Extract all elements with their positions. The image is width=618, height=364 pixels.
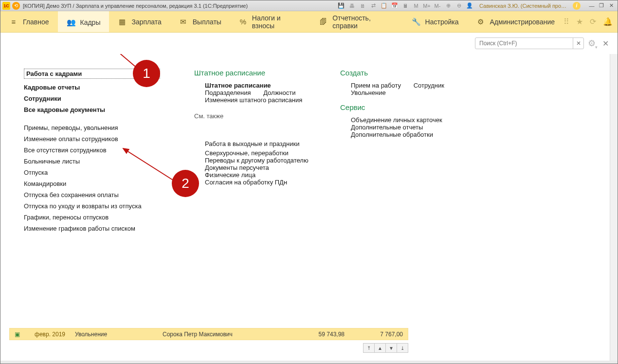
tab-kadry-label: Кадры: [80, 18, 101, 26]
link-dop-obrabotki[interactable]: Дополнительные обработки: [340, 129, 433, 140]
tab-zarplata-label: Зарплата: [131, 18, 161, 26]
link-izmenenie-oplaty[interactable]: Изменение оплаты сотрудников: [24, 133, 160, 145]
tab-admin-label: Администрирование: [490, 18, 555, 26]
callout-1: 1: [133, 60, 160, 87]
doc-icon[interactable]: 🗎: [359, 3, 366, 9]
menu-icon: ≡: [9, 18, 18, 26]
link-bolnichnye[interactable]: Больничные листы: [24, 156, 160, 167]
search-clear-icon[interactable]: ✕: [573, 38, 583, 49]
compare-icon[interactable]: ⇄: [369, 2, 377, 9]
row-date: февр. 2019: [21, 331, 70, 338]
link-komandirovki[interactable]: Командировки: [24, 178, 160, 189]
callout-1-label: 1: [143, 66, 150, 81]
nav-down-button[interactable]: ▼: [385, 343, 397, 353]
tab-reports[interactable]: 🗐 Отчетность, справки: [310, 11, 402, 32]
group-create-title: Создать: [340, 69, 447, 77]
restore-button[interactable]: ❐: [597, 2, 606, 9]
see-also-title: См. также: [194, 112, 306, 120]
search-box[interactable]: ✕: [475, 37, 584, 49]
link-vse-kadrovye-dokumenty[interactable]: Все кадровые документы: [24, 104, 160, 115]
save-icon[interactable]: 💾: [337, 2, 345, 9]
tab-vyplaty[interactable]: ✉ Выплаты: [170, 11, 230, 32]
tab-main-label: Главное: [23, 18, 49, 26]
statusbar: [0, 361, 618, 364]
current-user[interactable]: Савинская З.Ю. (Системный прог…: [479, 3, 567, 9]
user-icon[interactable]: 👤: [466, 2, 473, 9]
link-otpuska-po-uhodu[interactable]: Отпуска по уходу и возвраты из отпуска: [24, 200, 160, 212]
sub-toolbar: ✕ ⚙▾ ✕: [0, 33, 618, 54]
zoom-in-icon[interactable]: ⊕: [444, 2, 452, 9]
link-sotrudnik[interactable]: Сотрудник: [403, 80, 444, 91]
back-round-icon[interactable]: ⟲: [12, 2, 20, 10]
mem-m[interactable]: M: [412, 3, 420, 9]
minimize-button[interactable]: —: [587, 2, 596, 9]
list-row-selected[interactable]: ▣ февр. 2019 Увольнение Сорока Петр Макс…: [9, 328, 408, 340]
tab-nalogi-label: Налоги и взносы: [252, 14, 302, 30]
titlebar: 1C ⟲ [КОПИЯ] Демо ЗУП / Зарплата и управ…: [0, 0, 618, 11]
gear-icon: ⚙: [476, 18, 485, 26]
info-icon[interactable]: i: [573, 2, 581, 10]
percent-icon: %: [239, 18, 247, 26]
tab-reports-label: Отчетность, справки: [332, 14, 394, 30]
link-priemy-perevody-uvolneniya[interactable]: Приемы, переводы, увольнения: [24, 122, 160, 133]
row-amount-1: 59 743,98: [291, 331, 349, 338]
people-icon: 👥: [67, 18, 75, 27]
calendar-icon[interactable]: 📅: [391, 2, 399, 9]
scrollbar-vertical[interactable]: [610, 54, 618, 361]
tab-kadry[interactable]: 👥 Кадры: [58, 11, 109, 32]
tab-settings-label: Настройка: [425, 18, 459, 26]
callout-2: 2: [172, 170, 199, 197]
close-button[interactable]: ✕: [607, 2, 616, 9]
page-close-icon[interactable]: ✕: [602, 39, 609, 48]
link-soglasiya-pdn[interactable]: Согласия на обработку ПДн: [194, 177, 287, 188]
page-settings-icon[interactable]: ⚙▾: [588, 38, 596, 49]
mem-mplus[interactable]: M+: [423, 3, 431, 9]
report-icon: 🗐: [319, 18, 327, 26]
tab-zarplata[interactable]: ▦ Зарплата: [109, 11, 170, 32]
tab-settings[interactable]: 🔧 Настройка: [403, 11, 468, 32]
group-staffing-title: Штатное расписание: [194, 69, 306, 77]
section-toolbar: ≡ Главное 👥 Кадры ▦ Зарплата ✉ Выплаты %…: [0, 11, 618, 33]
nav-up-button[interactable]: ▲: [374, 343, 386, 353]
col-hr-work: Работа с кадрами Кадровые отчеты Сотрудн…: [24, 69, 160, 234]
tab-vyplaty-label: Выплаты: [193, 18, 221, 26]
history-icon[interactable]: ⟳: [590, 17, 596, 26]
search-input[interactable]: [475, 38, 573, 49]
tab-nalogi[interactable]: % Налоги и взносы: [230, 11, 310, 32]
row-amount-2: 7 767,00: [349, 331, 408, 338]
row-status-icon: ▣: [10, 331, 21, 338]
link-izmenenie-grafikov[interactable]: Изменение графиков работы списком: [24, 223, 160, 234]
table-icon: ▦: [118, 18, 127, 26]
calc-icon[interactable]: 🖩: [401, 3, 409, 9]
bell-icon[interactable]: 🔔: [603, 17, 613, 26]
row-type: Увольнение: [70, 331, 158, 338]
clipboard-icon[interactable]: 📋: [380, 2, 388, 9]
list-nav-buttons: ⤒ ▲ ▼ ⤓: [364, 343, 408, 353]
app-logo-icon: 1C: [2, 2, 10, 10]
callout-2-label: 2: [182, 176, 189, 191]
col-create-service: Создать Прием на работу Сотрудник Увольн…: [340, 69, 447, 234]
wrench-icon: 🔧: [412, 18, 420, 26]
link-sotrudniki[interactable]: Сотрудники: [24, 93, 160, 104]
star-icon[interactable]: ★: [576, 17, 583, 26]
tab-admin[interactable]: ⚙ Администрирование: [468, 11, 564, 32]
window-title: [КОПИЯ] Демо ЗУП / Зарплата и управление…: [23, 3, 248, 9]
toolbar-right-icons: ⠿ ★ ⟳ 🔔: [563, 11, 618, 32]
link-otpuska-bez-oplaty[interactable]: Отпуска без сохранения оплаты: [24, 189, 160, 200]
group-service-title: Сервис: [340, 103, 447, 111]
mem-mminus[interactable]: M-: [434, 3, 441, 9]
apps-icon[interactable]: ⠿: [563, 17, 569, 26]
titlebar-tool-icons: 💾 🖶 🗎 ⇄ 📋 📅 🖩 M M+ M- ⊕ ⊖ 👤 Савинская З.…: [337, 2, 616, 10]
print-icon[interactable]: 🖶: [348, 3, 356, 9]
content-area: Работа с кадрами Кадровые отчеты Сотрудн…: [0, 54, 618, 361]
nav-last-button[interactable]: ⤓: [397, 343, 408, 353]
tab-main[interactable]: ≡ Главное: [0, 11, 58, 32]
wallet-icon: ✉: [179, 18, 188, 26]
link-grafiki-perenosy[interactable]: Графики, переносы отпусков: [24, 212, 160, 223]
nav-first-button[interactable]: ⤒: [363, 343, 375, 353]
link-otpuska[interactable]: Отпуска: [24, 167, 160, 178]
row-name: Сорока Петр Максимович: [158, 331, 291, 338]
link-vse-otsutstviya[interactable]: Все отсутствия сотрудников: [24, 145, 160, 156]
zoom-out-icon[interactable]: ⊖: [455, 2, 463, 9]
window-controls: — ❐ ✕: [587, 2, 616, 9]
